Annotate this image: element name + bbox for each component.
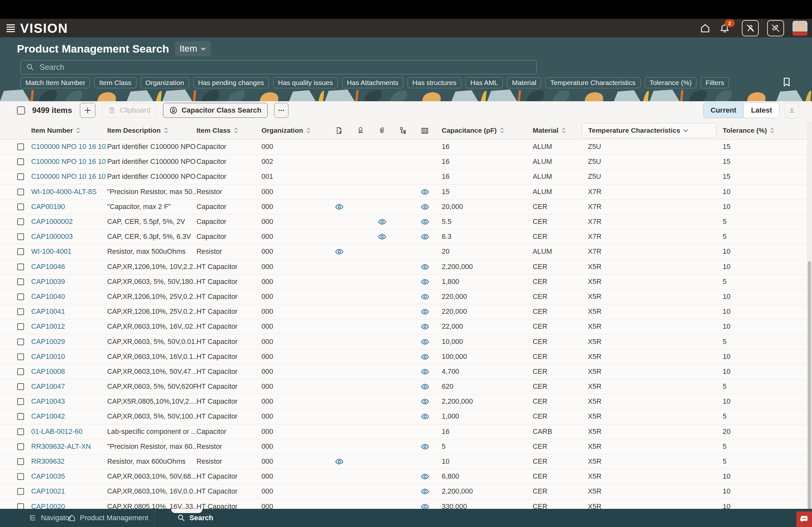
- row-checkbox[interactable]: [17, 488, 24, 495]
- eye-icon[interactable]: [414, 442, 436, 451]
- column-header-pending-changes-icon[interactable]: [328, 126, 350, 134]
- row-checkbox[interactable]: [17, 219, 24, 225]
- item-number-link[interactable]: CAP10035: [31, 472, 107, 481]
- eye-icon[interactable]: [328, 247, 350, 256]
- more-actions-button[interactable]: [274, 103, 288, 118]
- row-checkbox[interactable]: [17, 308, 24, 315]
- chip-has-structures[interactable]: Has structures: [408, 77, 461, 88]
- row-checkbox[interactable]: [17, 144, 24, 150]
- row-checkbox[interactable]: [17, 189, 24, 195]
- user-avatar[interactable]: [793, 21, 808, 36]
- eye-icon[interactable]: [371, 232, 393, 241]
- item-number-link[interactable]: WI-100-4001: [31, 247, 107, 256]
- column-header-structures-icon[interactable]: [393, 126, 414, 134]
- item-number-link[interactable]: CAP10046: [31, 263, 107, 271]
- row-checkbox[interactable]: [17, 458, 24, 465]
- hamburger-menu-icon[interactable]: [6, 24, 15, 32]
- chip-organization[interactable]: Organization: [141, 77, 189, 88]
- row-checkbox[interactable]: [17, 173, 24, 180]
- select-all-checkbox[interactable]: [17, 106, 25, 115]
- item-number-link[interactable]: WI-100-4000-ALT-8S: [31, 188, 107, 196]
- eye-icon[interactable]: [414, 262, 436, 271]
- eye-icon[interactable]: [414, 337, 436, 346]
- toggle-current[interactable]: Current: [704, 103, 744, 118]
- eye-icon[interactable]: [414, 412, 436, 421]
- eye-icon[interactable]: [414, 292, 436, 301]
- item-number-link[interactable]: C100000 NPO 10 16 10: [31, 172, 107, 181]
- item-number-link[interactable]: CAP10039: [31, 278, 107, 286]
- item-number-link[interactable]: CAP10008: [31, 368, 107, 376]
- download-button[interactable]: [785, 103, 799, 118]
- item-number-link[interactable]: CAP10042: [31, 412, 107, 421]
- chip-tolerance-[interactable]: Tolerance (%): [645, 77, 697, 88]
- row-checkbox[interactable]: [17, 353, 24, 360]
- item-number-link[interactable]: 01-LAB-0012-60: [31, 428, 107, 436]
- column-header-quality-icon[interactable]: [350, 126, 371, 134]
- vertical-scrollbar-track[interactable]: [807, 122, 812, 509]
- row-checkbox[interactable]: [17, 264, 24, 270]
- eye-icon[interactable]: [328, 457, 350, 466]
- scope-selector[interactable]: Item: [175, 41, 211, 56]
- row-checkbox[interactable]: [17, 278, 24, 285]
- eye-icon[interactable]: [414, 202, 436, 211]
- chat-assistant-button[interactable]: [796, 511, 812, 527]
- row-checkbox[interactable]: [17, 233, 24, 240]
- item-number-link[interactable]: CAP1000002: [31, 218, 107, 226]
- item-number-link[interactable]: CAP00190: [31, 203, 107, 211]
- row-checkbox[interactable]: [17, 204, 24, 210]
- add-item-button[interactable]: [80, 103, 96, 118]
- eye-icon[interactable]: [414, 487, 436, 496]
- product-management-button[interactable]: Product Management: [68, 509, 148, 527]
- eye-icon[interactable]: [414, 277, 436, 286]
- eye-icon[interactable]: [371, 217, 393, 226]
- row-checkbox[interactable]: [17, 428, 24, 435]
- column-header-capacitance[interactable]: Capacitance (pF): [436, 126, 526, 134]
- eye-icon[interactable]: [328, 202, 350, 211]
- column-header-aml-icon[interactable]: [414, 126, 436, 134]
- row-checkbox[interactable]: [17, 248, 24, 255]
- item-number-link[interactable]: CAP10040: [31, 293, 107, 301]
- chip-has-quality-issues[interactable]: Has quality issues: [273, 77, 338, 88]
- eye-icon[interactable]: [414, 217, 436, 226]
- item-number-link[interactable]: CAP10021: [31, 487, 107, 496]
- item-number-link[interactable]: CAP10043: [31, 397, 107, 406]
- home-icon[interactable]: [700, 23, 711, 34]
- row-checkbox[interactable]: [17, 473, 24, 480]
- notifications-bell-icon[interactable]: 2: [719, 23, 730, 34]
- item-number-link[interactable]: C100000 NPO 10 16 10: [31, 158, 107, 166]
- row-checkbox[interactable]: [17, 443, 24, 450]
- navigator-button[interactable]: Navigator: [29, 509, 71, 527]
- clipboard-button[interactable]: Clipboard: [102, 103, 157, 118]
- chip-has-pending-changes[interactable]: Has pending changes: [193, 77, 269, 88]
- eye-icon[interactable]: [414, 367, 436, 376]
- eye-icon[interactable]: [414, 397, 436, 406]
- column-header-tolerance[interactable]: Tolerance (%): [716, 126, 807, 134]
- eye-icon[interactable]: [414, 187, 436, 196]
- item-number-link[interactable]: CAP10010: [31, 353, 107, 361]
- row-checkbox[interactable]: [17, 323, 24, 330]
- eye-icon[interactable]: [414, 472, 436, 481]
- eye-icon[interactable]: [414, 382, 436, 391]
- chip-material[interactable]: Material: [507, 77, 541, 88]
- chip-match-item-number[interactable]: Match Item Number: [20, 77, 90, 88]
- row-checkbox[interactable]: [17, 159, 24, 165]
- row-checkbox[interactable]: [17, 338, 24, 345]
- row-checkbox[interactable]: [17, 368, 24, 375]
- chip-item-class[interactable]: Item Class: [94, 77, 136, 88]
- vertical-scrollbar-thumb[interactable]: [808, 261, 811, 526]
- eye-icon[interactable]: [414, 352, 436, 361]
- item-number-link[interactable]: CAP10041: [31, 307, 107, 316]
- item-number-link[interactable]: C100000 NPO 10 16 10: [31, 143, 107, 151]
- search-input[interactable]: [39, 62, 531, 72]
- eye-icon[interactable]: [414, 232, 436, 241]
- column-header-material[interactable]: Material: [526, 126, 582, 134]
- column-header-item-class[interactable]: Item Class: [197, 126, 261, 134]
- row-checkbox[interactable]: [17, 398, 24, 405]
- row-checkbox[interactable]: [17, 293, 24, 300]
- column-header-temperature-characteristics[interactable]: Temperature Characteristics: [582, 123, 716, 138]
- capacitor-class-search-button[interactable]: Capacitor Class Search: [163, 103, 267, 118]
- eye-icon[interactable]: [414, 322, 436, 331]
- item-number-link[interactable]: RR309632-ALT-XN: [31, 442, 107, 451]
- chip-has-attachments[interactable]: Has Attachments: [342, 77, 403, 88]
- toggle-latest[interactable]: Latest: [744, 103, 779, 118]
